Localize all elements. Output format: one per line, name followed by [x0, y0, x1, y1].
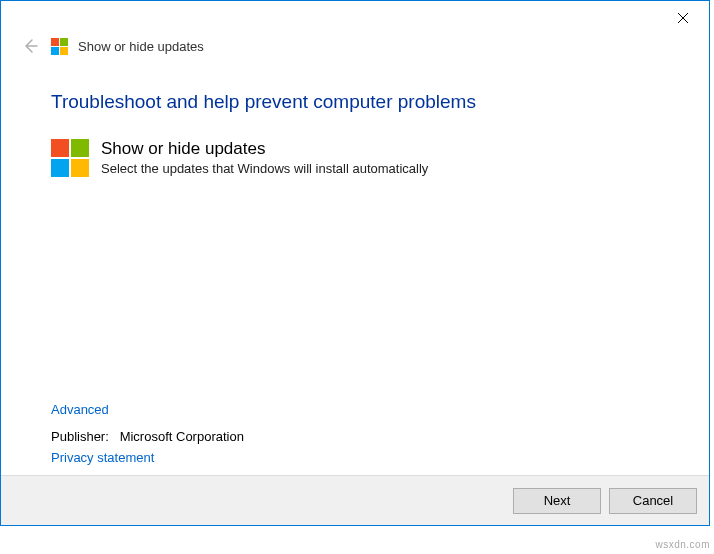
microsoft-logo-icon [51, 139, 89, 177]
publisher-label: Publisher: [51, 429, 109, 444]
watermark: wsxdn.com [655, 539, 710, 550]
button-bar: Next Cancel [1, 475, 709, 525]
item-text: Show or hide updates Select the updates … [101, 139, 428, 176]
back-arrow-icon [21, 37, 39, 55]
publisher-row: Publisher: Microsoft Corporation [51, 429, 244, 444]
content-area: Troubleshoot and help prevent computer p… [1, 71, 709, 475]
page-heading: Troubleshoot and help prevent computer p… [51, 91, 659, 113]
microsoft-logo-icon [51, 38, 68, 55]
close-icon [677, 12, 689, 24]
close-button[interactable] [661, 3, 705, 33]
next-button[interactable]: Next [513, 488, 601, 514]
header-row: Show or hide updates [1, 35, 709, 71]
publisher-value: Microsoft Corporation [120, 429, 244, 444]
troubleshooter-item[interactable]: Show or hide updates Select the updates … [51, 139, 659, 177]
cancel-button[interactable]: Cancel [609, 488, 697, 514]
back-button[interactable] [19, 35, 41, 57]
item-description: Select the updates that Windows will ins… [101, 161, 428, 176]
troubleshooter-window: Show or hide updates Troubleshoot and he… [0, 0, 710, 526]
advanced-link[interactable]: Advanced [51, 402, 109, 417]
titlebar [1, 1, 709, 35]
wizard-title: Show or hide updates [78, 39, 204, 54]
bottom-links: Advanced Publisher: Microsoft Corporatio… [51, 402, 244, 465]
privacy-statement-link[interactable]: Privacy statement [51, 450, 154, 465]
item-title: Show or hide updates [101, 139, 428, 159]
